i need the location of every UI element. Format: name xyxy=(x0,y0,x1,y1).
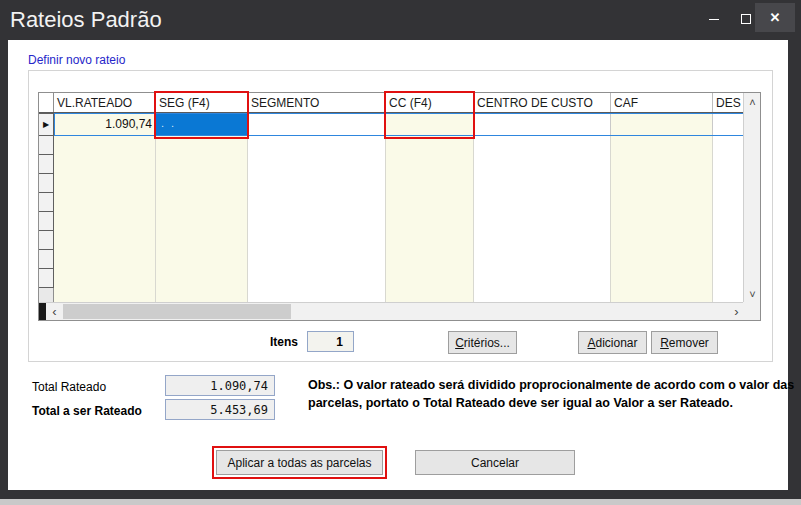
row-selector[interactable] xyxy=(39,154,54,174)
total-rateado-field[interactable]: 1.090,74 xyxy=(165,375,275,396)
column-background-segmento xyxy=(248,113,386,302)
horizontal-scrollbar-thumb[interactable] xyxy=(63,304,291,319)
column-background-cc xyxy=(386,113,474,302)
scroll-left-icon[interactable]: ‹ xyxy=(46,303,63,320)
criterios-button[interactable]: Critérios... xyxy=(448,331,517,354)
adicionar-button[interactable]: Adicionar xyxy=(578,331,647,354)
row-gutter-empty xyxy=(39,135,53,288)
highlight-rect-aplicar-button: Aplicar a todas as parcelas xyxy=(212,446,387,479)
dialog-window: Rateios Padrão ✕ Definir novo rateio VL.… xyxy=(0,0,801,505)
scroll-down-icon[interactable]: ˅ xyxy=(744,285,761,302)
cell-vl-rateado[interactable]: 1.090,74 xyxy=(55,114,156,135)
window-bottom-edge xyxy=(0,499,801,505)
row-selector[interactable] xyxy=(39,135,54,155)
current-row-marker-icon: ▶ xyxy=(43,121,49,129)
column-header-centro-de-custo[interactable]: CENTRO DE CUSTO xyxy=(474,93,611,112)
grid-pending-indicator xyxy=(39,303,46,320)
column-background-centro-de-custo xyxy=(474,113,611,302)
row-selector[interactable] xyxy=(39,268,54,288)
close-icon: ✕ xyxy=(770,10,781,25)
scrollbar-corner xyxy=(743,302,760,320)
maximize-icon xyxy=(741,14,751,24)
cell-caf[interactable] xyxy=(611,114,713,135)
obs-note: Obs.: O valor rateado será dividido prop… xyxy=(308,377,797,412)
dialog-content: Definir novo rateio VL.RATEADO SEG (F4) … xyxy=(8,40,788,490)
itens-count-field[interactable]: 1 xyxy=(307,331,354,352)
cell-segmento[interactable] xyxy=(248,114,386,135)
column-background-seg xyxy=(156,113,248,302)
grid-corner-cell xyxy=(39,93,54,112)
total-a-ser-rateado-label: Total a ser Rateado xyxy=(32,404,142,418)
row-selector-current[interactable]: ▶ xyxy=(39,113,54,136)
column-background-caf xyxy=(611,113,713,302)
aplicar-a-todas-as-parcelas-button[interactable]: Aplicar a todas as parcelas xyxy=(216,450,383,475)
grid-header-row: VL.RATEADO SEG (F4) SEGMENTO CC (F4) CEN… xyxy=(39,93,745,113)
column-header-vl-rateado[interactable]: VL.RATEADO xyxy=(54,93,156,112)
column-background-des xyxy=(713,113,745,302)
row-selector[interactable] xyxy=(39,230,54,250)
column-background-vl-rateado xyxy=(54,113,156,302)
horizontal-scrollbar[interactable]: ‹ › xyxy=(39,302,745,320)
cell-seg-selected[interactable]: . . xyxy=(156,114,248,135)
grid-body: ▶ 1.090,74 . . xyxy=(39,113,745,302)
row-header-gutter: ▶ xyxy=(39,113,54,302)
total-rateado-label: Total Rateado xyxy=(32,380,106,394)
rateio-grid: VL.RATEADO SEG (F4) SEGMENTO CC (F4) CEN… xyxy=(38,92,761,321)
row-selector[interactable] xyxy=(39,173,54,193)
column-header-seg-f4[interactable]: SEG (F4) xyxy=(156,93,248,112)
groupbox-label: Definir novo rateio xyxy=(28,53,125,67)
scroll-up-icon[interactable]: ˄ xyxy=(744,93,761,110)
row-selector[interactable] xyxy=(39,211,54,231)
cell-cc[interactable] xyxy=(386,114,474,135)
column-header-cc-f4[interactable]: CC (F4) xyxy=(386,93,474,112)
cell-des[interactable] xyxy=(713,114,744,135)
vertical-scrollbar[interactable]: ˄ ˅ xyxy=(743,93,760,302)
itens-label: Itens xyxy=(270,335,298,349)
minimize-icon xyxy=(709,19,719,20)
column-header-segmento[interactable]: SEGMENTO xyxy=(248,93,386,112)
window-title: Rateios Padrão xyxy=(10,7,162,33)
table-row: 1.090,74 . . xyxy=(54,113,745,136)
minimize-button[interactable] xyxy=(700,8,728,30)
column-header-caf[interactable]: CAF xyxy=(611,93,713,112)
row-selector[interactable] xyxy=(39,249,54,269)
column-header-des[interactable]: DES xyxy=(713,93,745,112)
cancelar-button[interactable]: Cancelar xyxy=(415,450,575,475)
row-selector[interactable] xyxy=(39,192,54,212)
remover-button[interactable]: Remover xyxy=(651,331,718,354)
cell-centro-de-custo[interactable] xyxy=(474,114,611,135)
total-a-ser-rateado-field[interactable]: 5.453,69 xyxy=(165,399,275,420)
titlebar: Rateios Padrão ✕ xyxy=(0,0,801,40)
close-button[interactable]: ✕ xyxy=(755,3,795,32)
